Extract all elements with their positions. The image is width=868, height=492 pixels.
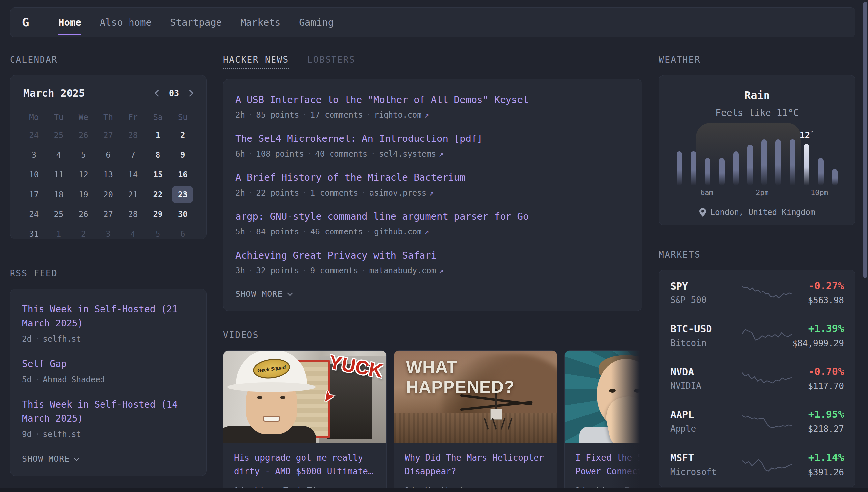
news-item[interactable]: argp: GNU-style command line argument pa… (235, 211, 630, 237)
market-ticker[interactable]: NVDA (670, 366, 742, 377)
rss-item[interactable]: This Week in Self-Hosted (14 March 2025)… (22, 397, 194, 439)
market-ticker[interactable]: MSFT (670, 452, 742, 464)
news-item-title[interactable]: A USB Interface to the "Mother of All De… (235, 94, 630, 105)
calendar-day[interactable]: 17 (21, 184, 46, 204)
news-item-domain-link[interactable]: github.com↗ (374, 227, 429, 237)
market-ticker[interactable]: SPY (670, 280, 742, 292)
calendar-day[interactable]: 18 (46, 184, 71, 204)
market-row-spy[interactable]: SPYS&P 500-0.27%$563.98 (670, 271, 844, 314)
video-title-line[interactable]: Why Did The Mars Helicopter (405, 451, 546, 465)
weather-hour-spacer (728, 188, 741, 197)
calendar-day[interactable]: 29 (145, 204, 170, 224)
news-item-title[interactable]: A Brief History of the Miracle Bacterium (235, 172, 630, 183)
calendar-day[interactable]: 25 (46, 125, 71, 145)
calendar-day[interactable]: 3 (96, 224, 121, 244)
news-item[interactable]: Achieving Great Privacy with Safari3h·32… (235, 250, 630, 275)
nav-tab-home[interactable]: Home (58, 7, 81, 37)
calendar-day[interactable]: 10 (21, 165, 46, 184)
market-ticker[interactable]: BTC-USD (670, 323, 742, 335)
market-row-nvda[interactable]: NVDANVIDIA-0.70%$117.70 (670, 357, 844, 400)
rss-item[interactable]: Self Gap5d·Ahmad Shadeed (22, 357, 194, 384)
rss-item-title[interactable]: This Week in Self-Hosted (14 March 2025) (22, 397, 194, 426)
calendar-day[interactable]: 1 (145, 125, 170, 145)
calendar-day[interactable]: 24 (21, 125, 46, 145)
calendar-day[interactable]: 19 (71, 184, 96, 204)
video-card[interactable]: Geek SquadYUCK➤His upgrade got me really… (223, 350, 387, 492)
calendar-day[interactable]: 20 (96, 184, 121, 204)
calendar-day[interactable]: 9 (170, 145, 195, 165)
calendar-day[interactable]: 7 (121, 145, 145, 165)
calendar-day-selected[interactable]: 23 (170, 184, 195, 204)
news-item-domain-link[interactable]: asimov.press↗ (369, 188, 434, 198)
news-item-domain-link[interactable]: righto.com↗ (374, 110, 429, 120)
rss-show-more-button[interactable]: SHOW MORE (22, 454, 194, 464)
nav-tab-markets[interactable]: Markets (240, 7, 281, 37)
tab-hacker-news[interactable]: HACKER NEWS (223, 55, 289, 69)
calendar-day[interactable]: 27 (96, 125, 121, 145)
app-logo[interactable]: G (10, 7, 41, 37)
calendar-day[interactable]: 14 (121, 165, 145, 184)
calendar-day[interactable]: 21 (121, 184, 145, 204)
calendar-day[interactable]: 15 (145, 165, 170, 184)
news-show-more-button[interactable]: SHOW MORE (235, 289, 630, 299)
calendar-day[interactable]: 28 (121, 125, 145, 145)
calendar-weekday-row: MoTuWeThFrSaSu (21, 113, 195, 122)
calendar-day[interactable]: 2 (170, 125, 195, 145)
calendar-next-icon[interactable] (186, 89, 193, 96)
news-item-domain-link[interactable]: sel4.systems↗ (379, 149, 444, 158)
news-item[interactable]: A USB Interface to the "Mother of All De… (235, 94, 630, 120)
page-scrollbar[interactable] (863, 2, 867, 278)
tab-lobsters[interactable]: LOBSTERS (308, 55, 355, 69)
calendar-day[interactable]: 6 (170, 224, 195, 244)
calendar-day[interactable]: 5 (145, 224, 170, 244)
market-row-msft[interactable]: MSFTMicrosoft+1.14%$391.26 (670, 443, 844, 486)
calendar-day[interactable]: 25 (46, 204, 71, 224)
video-thumbnail[interactable]: WHAT HAPPENED? (394, 350, 557, 443)
market-ticker[interactable]: AAPL (670, 409, 742, 420)
calendar-day[interactable]: 4 (46, 145, 71, 165)
calendar-day[interactable]: 31 (21, 224, 46, 244)
calendar-day[interactable]: 5 (71, 145, 96, 165)
nav-tab-gaming[interactable]: Gaming (299, 7, 334, 37)
news-item[interactable]: The SeL4 Microkernel: An Introduction [p… (235, 133, 630, 158)
video-thumbnail[interactable]: DOTHT (565, 350, 642, 443)
rss-item-title[interactable]: Self Gap (22, 357, 194, 371)
calendar-day[interactable]: 27 (96, 204, 121, 224)
calendar-day[interactable]: 22 (145, 184, 170, 204)
calendar-day[interactable]: 1 (46, 224, 71, 244)
calendar-day[interactable]: 2 (71, 224, 96, 244)
video-title-line[interactable]: I Fixed the 5 (575, 451, 642, 465)
nav-tab-startpage[interactable]: Startpage (170, 7, 222, 37)
market-row-btc-usd[interactable]: BTC-USDBitcoin+1.39%$84,999.29 (670, 314, 844, 357)
nav-tab-also-home[interactable]: Also home (100, 7, 152, 37)
calendar-prev-icon[interactable] (155, 89, 161, 96)
rss-item[interactable]: This Week in Self-Hosted (21 March 2025)… (22, 302, 194, 344)
calendar-day[interactable]: 24 (21, 204, 46, 224)
calendar-day[interactable]: 16 (170, 165, 195, 184)
news-item-domain-link[interactable]: matanabudy.com↗ (369, 266, 444, 275)
rss-item-title[interactable]: This Week in Self-Hosted (21 March 2025) (22, 302, 194, 330)
video-title-line[interactable]: Disappear? (405, 465, 546, 478)
market-row-aapl[interactable]: AAPLApple+1.95%$218.27 (670, 400, 844, 443)
calendar-day[interactable]: 4 (121, 224, 145, 244)
calendar-day[interactable]: 12 (71, 165, 96, 184)
video-card[interactable]: WHAT HAPPENED?Why Did The Mars Helicopte… (394, 350, 557, 492)
news-item-title[interactable]: Achieving Great Privacy with Safari (235, 250, 630, 261)
calendar-day[interactable]: 11 (46, 165, 71, 184)
calendar-day[interactable]: 28 (121, 204, 145, 224)
video-title-line[interactable]: Power Connect (575, 465, 642, 478)
calendar-day[interactable]: 30 (170, 204, 195, 224)
news-item[interactable]: A Brief History of the Miracle Bacterium… (235, 172, 630, 198)
video-title-line[interactable]: dirty - AMD $5000 Ultimate… (234, 465, 376, 478)
news-item-title[interactable]: The SeL4 Microkernel: An Introduction [p… (235, 133, 630, 144)
calendar-day[interactable]: 26 (71, 125, 96, 145)
calendar-day[interactable]: 8 (145, 145, 170, 165)
calendar-day[interactable]: 6 (96, 145, 121, 165)
news-item-title[interactable]: argp: GNU-style command line argument pa… (235, 211, 630, 222)
video-thumbnail[interactable]: Geek SquadYUCK➤ (223, 350, 386, 443)
calendar-day[interactable]: 3 (21, 145, 46, 165)
calendar-day[interactable]: 26 (71, 204, 96, 224)
video-card[interactable]: DOTHTI Fixed the 5Power Connect3d·Linus … (564, 350, 642, 492)
calendar-day[interactable]: 13 (96, 165, 121, 184)
video-title-line[interactable]: His upgrade got me really (234, 451, 376, 465)
